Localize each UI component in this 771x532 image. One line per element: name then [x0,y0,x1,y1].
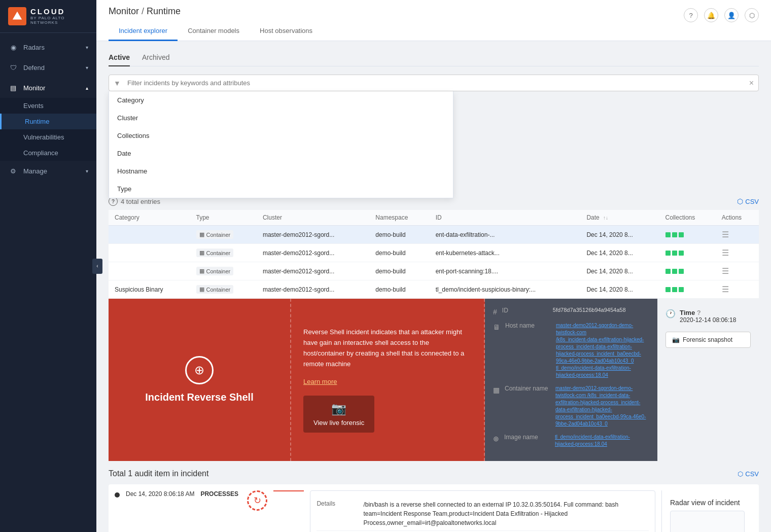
col-date: Date ↑↓ [580,210,659,226]
sidebar-toggle[interactable]: ‹ [92,259,102,274]
row-action-button[interactable]: ☰ [722,285,729,294]
process-icon: ↻ [247,490,267,511]
audit-csv-button[interactable]: ⬡ CSV [738,470,759,478]
view-forensic-label: View live forensic [313,419,364,427]
audit-section: Total 1 audit item in incident ⬡ CSV Dec… [109,469,759,532]
time-help-icon[interactable]: ? [697,309,701,316]
filter-type[interactable]: Type [109,180,453,198]
sidebar-item-manage[interactable]: ⚙ Manage ▾ [0,161,96,181]
tab-archived[interactable]: Archived [142,49,169,66]
main-content: Monitor / Runtime Incident explorer Cont… [96,0,771,532]
audit-title: Total 1 audit item in incident [109,469,208,478]
user-icon[interactable]: 👤 [724,8,739,22]
settings-icon[interactable]: ⬡ [745,8,759,22]
learn-more-link[interactable]: Learn more [303,378,472,385]
incident-left: ⊕ Incident Reverse Shell [109,299,291,461]
tab-host-observations[interactable]: Host observations [250,23,323,41]
sidebar-item-compliance-label: Compliance [23,149,58,157]
table-row[interactable]: ▦Container master-demo2012-sgord... demo… [109,262,759,280]
svg-marker-0 [13,12,22,20]
csv-export-button[interactable]: ⬡ CSV [737,197,759,205]
sidebar-item-monitor[interactable]: ▤ Monitor ▴ [0,78,96,98]
filter-clear-icon[interactable]: × [749,79,754,88]
container-field-icon: ▦ [493,386,500,394]
col-id: ID [430,210,581,226]
row-actions: ☰ [716,244,759,262]
collection-dot [679,251,684,256]
top-icons: ? 🔔 👤 ⬡ [684,8,759,22]
table-row[interactable]: Suspicious Binary ▦Container master-demo… [109,280,759,299]
row-type: ▦Container [190,244,257,262]
defend-icon: 🛡 [8,62,18,73]
tab-container-models[interactable]: Container models [178,23,250,41]
row-collections [659,244,716,262]
collection-dot [679,287,684,292]
sidebar-item-compliance[interactable]: Compliance [0,145,96,161]
filter-cluster[interactable]: Cluster [109,109,453,127]
filter-hostname[interactable]: Hostname [109,162,453,180]
content-area: Active Archived ▼ × Category Cluster Col… [96,41,771,532]
defend-arrow-icon: ▾ [86,65,88,70]
id-value: 5fd78d7a35126b94a9454a58 [553,307,626,313]
sidebar-item-defend[interactable]: 🛡 Defend ▾ [0,57,96,78]
filter-category[interactable]: Category [109,91,453,109]
top-tabs: Incident explorer Container models Host … [109,23,759,41]
filter-date[interactable]: Date [109,145,453,162]
image-icon: ⊕ [493,435,499,443]
breadcrumb-separator: / [142,6,147,16]
row-date: Dec 14, 2020 8... [580,262,659,280]
radar-placeholder: Radar [670,511,745,532]
forensic-snapshot-label: Forensic snapshot [683,336,732,343]
container-badge: ▦Container [196,230,234,239]
row-namespace: demo-build [369,280,429,299]
id-label: ID [502,307,548,314]
container-value[interactable]: master-demo2012-sgordon-demo-twistlock-c… [555,385,649,428]
row-action-button[interactable]: ☰ [722,266,729,276]
incident-field-id: # ID 5fd78d7a35126b94a9454a58 [493,307,649,316]
tab-incident-explorer[interactable]: Incident explorer [109,23,178,41]
sub-tabs: Active Archived [109,49,759,66]
logo: CLOUD BY PALO ALTO NETWORKS [0,0,96,33]
id-icon: # [493,308,497,316]
hostname-value[interactable]: master-demo2012-sgordon-demo-twistlock-c… [556,322,649,379]
row-category [109,244,190,262]
collection-dot [679,269,684,274]
audit-type: PROCESSES [200,490,241,498]
tab-active[interactable]: Active [109,49,130,66]
topbar: Monitor / Runtime Incident explorer Cont… [96,0,771,41]
audit-header: Total 1 audit item in incident ⬡ CSV [109,469,759,478]
view-forensic-button[interactable]: 📷 View live forensic [303,396,374,433]
row-collections [659,226,716,244]
details-value: /bin/bash is a reverse shell connected t… [363,500,649,527]
sidebar-item-vulnerabilities[interactable]: Vulnerabilities [0,129,96,145]
image-value[interactable]: tl_demo/incident-data-exfiltration-hijac… [555,434,649,448]
radar-title: Radar view of incident [670,499,745,507]
filter-collections[interactable]: Collections [109,127,453,145]
row-namespace: demo-build [369,244,429,262]
manage-arrow-icon: ▾ [86,168,88,174]
incident-middle: Reverse Shell incident indicates that an… [291,299,485,461]
image-label: Image name [504,434,550,441]
sidebar-item-events[interactable]: Events [0,98,96,114]
logo-text: CLOUD [30,8,88,16]
sidebar-item-radars[interactable]: ◉ Radars ▾ [0,37,96,57]
sidebar-item-runtime-label: Runtime [25,118,49,125]
collection-dot [665,287,671,292]
notification-icon[interactable]: 🔔 [704,8,718,22]
row-actions: ☰ [716,226,759,244]
sidebar-item-runtime[interactable]: Runtime [0,114,96,129]
csv-label: CSV [745,198,759,205]
details-label: Details [317,500,357,527]
forensic-snapshot-button[interactable]: 📷 Forensic snapshot [665,332,751,348]
row-action-button[interactable]: ☰ [722,230,729,239]
table-row[interactable]: ▦Container master-demo2012-sgord... demo… [109,226,759,244]
container-icon: ▦ [199,231,204,238]
filter-input[interactable] [109,75,759,91]
radars-arrow-icon: ▾ [86,45,88,50]
row-namespace: demo-build [369,262,429,280]
container-icon: ▦ [199,286,204,293]
row-action-button[interactable]: ☰ [722,248,729,258]
table-row[interactable]: ▦Container master-demo2012-sgord... demo… [109,244,759,262]
filter-dropdown: Category Cluster Collections Date Hostna… [109,91,453,198]
help-icon[interactable]: ? [684,8,698,22]
